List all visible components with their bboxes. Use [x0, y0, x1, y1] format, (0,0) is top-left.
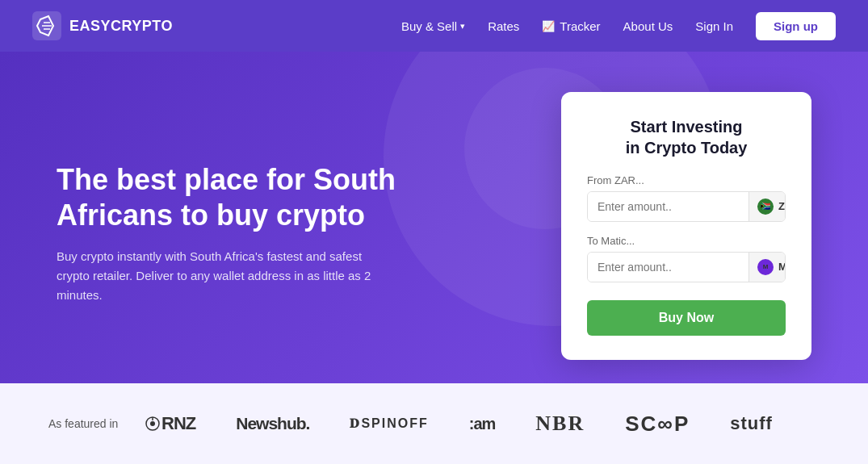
card-title: Start Investingin Crypto Today	[587, 116, 786, 158]
logo-rnz[interactable]: RNZ	[145, 413, 195, 434]
from-label: From ZAR...	[587, 174, 786, 186]
hero-subtitle: Buy crypto instantly with South Africa's…	[57, 247, 396, 305]
nav-tracker[interactable]: 📈 Tracker	[542, 19, 600, 33]
zar-flag: 🇿🇦	[757, 199, 774, 215]
nav-sign-in[interactable]: Sign In	[695, 19, 733, 33]
nav-about-us[interactable]: About Us	[623, 19, 673, 33]
logo-iamshow[interactable]: :am	[469, 415, 496, 433]
navbar: EASYCRYPTO Buy & Sell Rates 📈 Tracker Ab…	[0, 0, 868, 52]
to-currency-label: MATIC	[778, 261, 786, 273]
from-currency-select[interactable]: 🇿🇦 ZAR ▾	[748, 192, 786, 221]
hero-content: The best place for South Africans to buy…	[57, 162, 444, 304]
from-input-row: 🇿🇦 ZAR ▾	[587, 191, 786, 222]
featured-logos: RNZ Newshub. 𝐃SPINOFF :am NBR SC∞P stuff	[145, 412, 820, 437]
nav-links: Buy & Sell Rates 📈 Tracker About Us Sign…	[401, 12, 836, 40]
featured-label: As featured in	[48, 417, 145, 430]
to-amount-input[interactable]	[588, 253, 748, 282]
logo-newshub[interactable]: Newshub.	[236, 414, 309, 433]
nav-buy-sell[interactable]: Buy & Sell	[401, 19, 465, 33]
matic-icon: M	[757, 259, 774, 275]
to-currency-select[interactable]: M MATIC ▾	[748, 253, 786, 282]
logo-text: EASYCRYPTO	[69, 18, 173, 35]
buy-now-button[interactable]: Buy Now	[587, 300, 786, 336]
featured-bar: As featured in RNZ Newshub. 𝐃SPINOFF :am…	[0, 383, 868, 464]
logo-scoop[interactable]: SC∞P	[625, 412, 690, 437]
from-currency-label: ZAR	[778, 200, 786, 212]
logo-stuff[interactable]: stuff	[730, 413, 773, 434]
invest-card: Start Investingin Crypto Today From ZAR.…	[561, 92, 811, 360]
nav-rates[interactable]: Rates	[488, 19, 519, 33]
tracker-icon: 📈	[542, 20, 555, 32]
logo-spinoff[interactable]: 𝐃SPINOFF	[350, 416, 428, 431]
from-amount-input[interactable]	[588, 192, 748, 221]
hero-title: The best place for South Africans to buy…	[57, 162, 444, 232]
logo-nbr[interactable]: NBR	[535, 412, 585, 436]
svg-point-2	[150, 421, 155, 426]
nav-signup-button[interactable]: Sign up	[756, 12, 836, 40]
logo[interactable]: EASYCRYPTO	[32, 11, 173, 40]
to-label: To Matic...	[587, 235, 786, 247]
to-input-row: M MATIC ▾	[587, 252, 786, 282]
